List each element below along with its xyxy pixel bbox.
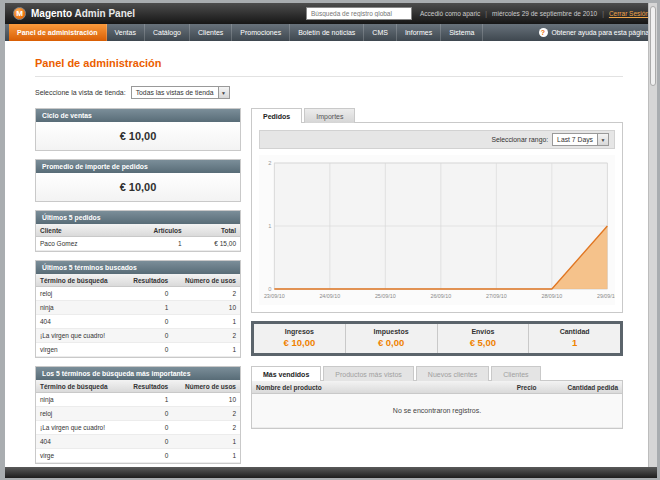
table-cell: ¡La virgen que cuadro! xyxy=(36,329,123,343)
global-search-input[interactable] xyxy=(306,7,412,20)
table-row[interactable]: virge 0 1 xyxy=(36,449,240,463)
stat-label: Cantidad xyxy=(529,328,620,335)
table-row[interactable]: ninja 1 10 xyxy=(36,393,240,407)
table-cell: 2 xyxy=(172,421,240,435)
app-header: M Magento Admin Panel Accedió como apari… xyxy=(5,3,657,24)
logout-link[interactable]: Cerrar Sesión xyxy=(609,10,649,17)
chevron-down-icon: ▼ xyxy=(218,87,229,98)
average-orders-value: € 10,00 xyxy=(36,173,240,201)
table-cell: 0 xyxy=(123,421,172,435)
stat-label: Impuestos xyxy=(346,328,437,335)
main-nav: Panel de administración Ventas Catálogo … xyxy=(5,24,657,41)
svg-text:23/09/10: 23/09/10 xyxy=(264,293,285,299)
stat-envios: Envíos € 5,00 xyxy=(438,324,530,353)
table-cell: reloj xyxy=(36,407,123,421)
column-header: Número de usos xyxy=(172,274,240,287)
stat-impuestos: Impuestos € 0,00 xyxy=(346,324,438,353)
table-cell: 0 xyxy=(123,329,172,343)
scrollbar-thumb[interactable] xyxy=(650,6,656,86)
table-row[interactable]: 404 0 1 xyxy=(36,315,240,329)
table-cell: € 15,00 xyxy=(186,237,240,251)
column-header: Número de usos xyxy=(172,380,240,393)
nav-item-informes[interactable]: Informes xyxy=(397,24,441,41)
stat-value: € 5,00 xyxy=(438,337,529,348)
last-search-terms-title: Últimos 5 términos buscados xyxy=(36,261,240,274)
tab-importes[interactable]: Importes xyxy=(304,108,355,123)
tab-clientes[interactable]: Clientes xyxy=(491,366,540,381)
tab-pedidos[interactable]: Pedidos xyxy=(251,108,302,123)
brand-name: Magento xyxy=(31,8,72,19)
svg-text:0: 0 xyxy=(268,286,272,292)
svg-text:27/09/10: 27/09/10 xyxy=(486,293,507,299)
table-cell: 0 xyxy=(123,449,172,463)
table-row[interactable]: Paco Gomez 1 € 15,00 xyxy=(36,237,240,251)
stat-ingresos: Ingresos € 10,00 xyxy=(254,324,346,353)
dashboard-left-column: Ciclo de ventas € 10,00 Promedio de impo… xyxy=(35,108,241,472)
help-icon: ? xyxy=(539,28,548,37)
column-header: Resultados xyxy=(123,380,172,393)
nav-item-ventas[interactable]: Ventas xyxy=(107,24,145,41)
last-search-terms-table: Término de búsqueda Resultados Número de… xyxy=(36,274,240,357)
nav-item-cms[interactable]: CMS xyxy=(364,24,397,41)
table-cell: 1 xyxy=(123,393,172,407)
table-row[interactable]: ¡La virgen que cuadro! 0 2 xyxy=(36,421,240,435)
store-view-switcher: Seleccione la vista de tienda: Todas las… xyxy=(35,86,623,99)
orders-chart: 01223/09/1024/09/1025/09/1026/09/1027/09… xyxy=(259,155,615,305)
nav-item-catalogo[interactable]: Catálogo xyxy=(145,24,190,41)
vertical-scrollbar[interactable] xyxy=(648,3,657,467)
header-date: miércoles 29 de septiembre de 2010 xyxy=(492,10,597,17)
range-value: Last 7 Days xyxy=(553,136,597,143)
svg-text:28/09/10: 28/09/10 xyxy=(541,293,562,299)
title-row: Panel de administración xyxy=(35,47,623,77)
svg-text:26/09/10: 26/09/10 xyxy=(430,293,451,299)
table-row[interactable]: 404 0 1 xyxy=(36,435,240,449)
logged-in-text: Accedió como aparic xyxy=(420,10,480,17)
table-cell: virgen xyxy=(36,343,123,357)
tab-nuevos-clientes[interactable]: Nuevos clientes xyxy=(416,366,489,381)
page-help-link[interactable]: ? Obtener ayuda para esta página xyxy=(539,24,654,41)
nav-item-sistema[interactable]: Sistema xyxy=(441,24,483,41)
tab-mas-vendidos[interactable]: Más vendidos xyxy=(251,366,321,381)
svg-text:29/09/10: 29/09/10 xyxy=(597,293,615,299)
column-header: Precio xyxy=(474,381,541,394)
table-row[interactable]: reloj 0 2 xyxy=(36,287,240,301)
table-cell: 10 xyxy=(172,393,240,407)
store-view-select[interactable]: Todas las vistas de tienda ▼ xyxy=(131,86,230,99)
nav-item-promociones[interactable]: Promociones xyxy=(232,24,290,41)
average-orders-box: Promedio de importe de pedidos € 10,00 xyxy=(35,159,241,202)
table-row[interactable]: reloj 0 2 xyxy=(36,407,240,421)
nav-item-clientes[interactable]: Clientes xyxy=(190,24,232,41)
empty-row: No se encontraron registros. xyxy=(252,394,622,428)
svg-text:25/09/10: 25/09/10 xyxy=(375,293,396,299)
page-title: Panel de administración xyxy=(35,57,162,69)
top-search-terms-title: Los 5 términos de búsqueda más important… xyxy=(36,367,240,380)
column-header: Cantidad pedida xyxy=(541,381,622,394)
column-header: Artículos xyxy=(119,224,185,237)
nav-item-dashboard[interactable]: Panel de administración xyxy=(9,24,107,41)
stat-value: 1 xyxy=(529,337,620,348)
magento-logo-icon: M xyxy=(13,7,26,20)
dashboard-right-column: Pedidos Importes Seleccionar rango: Last… xyxy=(251,108,623,429)
last-orders-table: Cliente Artículos Total Paco Gomez 1 € 1… xyxy=(36,224,240,251)
table-cell: ¡La virgen que cuadro! xyxy=(36,421,123,435)
table-row[interactable]: ninja 1 10 xyxy=(36,301,240,315)
nav-item-boletin[interactable]: Boletín de noticias xyxy=(290,24,364,41)
range-label: Seleccionar rango: xyxy=(491,136,548,143)
range-select[interactable]: Last 7 Days ▼ xyxy=(552,133,609,146)
top-search-terms-table: Término de búsqueda Resultados Número de… xyxy=(36,380,240,463)
table-cell: 1 xyxy=(123,301,172,315)
totals-bar: Ingresos € 10,00 Impuestos € 0,00 Envíos… xyxy=(251,321,623,356)
table-row[interactable]: virgen 0 1 xyxy=(36,343,240,357)
table-cell: 0 xyxy=(123,343,172,357)
table-cell: virge xyxy=(36,449,123,463)
store-view-label: Seleccione la vista de tienda: xyxy=(35,89,126,96)
table-cell: ninja xyxy=(36,301,123,315)
admin-page: M Magento Admin Panel Accedió como apari… xyxy=(5,3,657,478)
separator: | xyxy=(485,10,487,17)
table-cell: ninja xyxy=(36,393,123,407)
table-cell: Paco Gomez xyxy=(36,237,119,251)
chevron-down-icon: ▼ xyxy=(597,134,608,145)
tab-productos-mas-vistos[interactable]: Productos más vistos xyxy=(323,366,414,381)
column-header: Cliente xyxy=(36,224,119,237)
table-row[interactable]: ¡La virgen que cuadro! 0 2 xyxy=(36,329,240,343)
